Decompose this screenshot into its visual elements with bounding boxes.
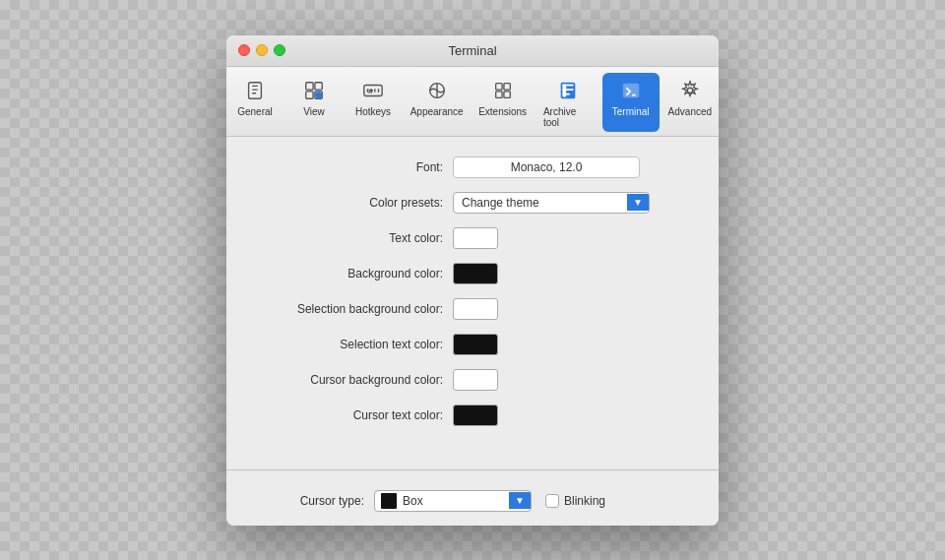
bg-color-row: Background color: <box>256 263 689 284</box>
terminal-icon <box>617 77 645 104</box>
cursor-type-arrow[interactable]: ▼ <box>509 492 531 509</box>
divider <box>226 469 719 470</box>
terminal-window: Terminal General <box>226 35 719 526</box>
toolbar-item-appearance[interactable]: Appearance <box>404 73 470 132</box>
bottom-bar: Cursor type: Box ▼ Blinking <box>226 480 719 526</box>
font-input[interactable] <box>453 156 640 178</box>
hotkeys-icon: ⌘ <box>359 77 387 104</box>
appearance-label: Appearance <box>410 106 464 117</box>
toolbar: General View <box>226 67 719 137</box>
bg-color-swatch[interactable] <box>453 263 498 284</box>
sel-bg-swatch[interactable] <box>453 298 498 320</box>
text-color-row: Text color: <box>256 227 689 249</box>
sel-text-row: Selection text color: <box>256 334 689 355</box>
cursor-text-row: Cursor text color: <box>256 404 689 426</box>
archive-icon <box>554 77 582 104</box>
color-presets-label: Color presets: <box>256 196 453 210</box>
archive-label: Archive tool <box>543 106 593 128</box>
svg-rect-4 <box>306 82 313 89</box>
cursor-type-label: Cursor type: <box>256 494 374 508</box>
general-icon <box>241 77 269 104</box>
toolbar-item-archive[interactable]: Archive tool <box>536 73 600 132</box>
cursor-type-value: Box <box>403 491 509 511</box>
content-area: Font: Color presets: Change theme ▼ Text… <box>226 137 719 460</box>
bg-color-label: Background color: <box>256 267 453 280</box>
blinking-checkbox[interactable] <box>545 494 559 508</box>
svg-rect-20 <box>504 83 510 89</box>
traffic-lights <box>238 44 285 56</box>
svg-rect-27 <box>562 93 569 94</box>
color-presets-row: Color presets: Change theme ▼ <box>256 192 689 214</box>
toolbar-item-advanced[interactable]: Advanced <box>662 73 719 132</box>
blinking-label: Blinking <box>564 494 605 508</box>
font-label: Font: <box>256 160 453 174</box>
svg-rect-19 <box>495 83 501 89</box>
toolbar-item-hotkeys[interactable]: ⌘ Hotkeys <box>345 73 402 132</box>
color-presets-dropdown[interactable]: Change theme ▼ <box>453 192 650 214</box>
blinking-group: Blinking <box>545 494 605 508</box>
cursor-bg-swatch[interactable] <box>453 369 498 391</box>
appearance-icon <box>423 77 451 104</box>
text-color-label: Text color: <box>256 231 453 245</box>
hotkeys-label: Hotkeys <box>355 106 391 117</box>
color-presets-arrow[interactable]: ▼ <box>627 194 649 211</box>
minimize-button[interactable] <box>256 44 268 56</box>
toolbar-item-view[interactable]: View <box>285 73 343 132</box>
close-button[interactable] <box>238 44 250 56</box>
sel-text-swatch[interactable] <box>453 334 498 355</box>
cursor-type-icon <box>381 493 397 509</box>
terminal-label: Terminal <box>612 106 650 117</box>
cursor-bg-label: Cursor background color: <box>256 373 453 387</box>
title-bar: Terminal <box>226 35 719 67</box>
text-color-swatch[interactable] <box>453 227 498 249</box>
window-title: Terminal <box>448 43 496 58</box>
toolbar-item-extensions[interactable]: Extensions <box>472 73 534 132</box>
svg-rect-22 <box>504 91 510 96</box>
svg-rect-0 <box>249 82 262 98</box>
svg-rect-26 <box>562 89 573 91</box>
svg-text:⌘: ⌘ <box>367 88 373 93</box>
svg-rect-6 <box>306 91 313 97</box>
advanced-label: Advanced <box>668 106 712 117</box>
general-label: General <box>237 106 273 117</box>
svg-rect-5 <box>315 82 322 89</box>
svg-rect-21 <box>495 91 501 96</box>
advanced-icon <box>676 77 704 104</box>
color-presets-value: Change theme <box>454 193 627 213</box>
sel-bg-label: Selection background color: <box>256 302 453 316</box>
cursor-text-swatch[interactable] <box>453 404 498 426</box>
cursor-type-dropdown[interactable]: Box ▼ <box>374 490 532 512</box>
svg-rect-25 <box>562 84 573 86</box>
sel-bg-row: Selection background color: <box>256 298 689 320</box>
maximize-button[interactable] <box>274 44 285 56</box>
sel-text-label: Selection text color: <box>256 338 453 351</box>
extensions-icon <box>489 77 517 104</box>
toolbar-item-terminal[interactable]: Terminal <box>602 73 660 132</box>
cursor-bg-row: Cursor background color: <box>256 369 689 391</box>
svg-rect-28 <box>622 83 639 97</box>
view-label: View <box>303 106 325 117</box>
font-row: Font: <box>256 156 689 178</box>
extensions-label: Extensions <box>478 106 527 117</box>
toolbar-item-general[interactable]: General <box>226 73 284 132</box>
view-icon <box>300 77 328 104</box>
cursor-text-label: Cursor text color: <box>256 408 453 422</box>
